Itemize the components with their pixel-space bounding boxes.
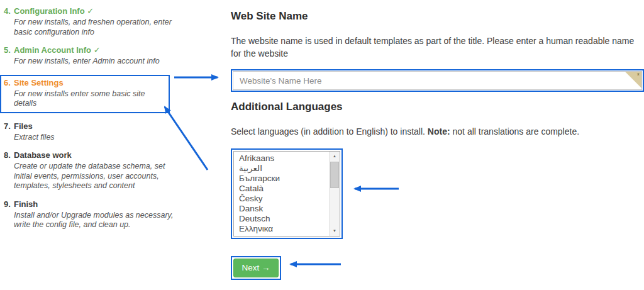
annotation-box-site-settings: 6.Site Settings For new installs enter s… xyxy=(0,75,170,113)
step-item-configuration-info: 4.Configuration Info ✓ For new installs,… xyxy=(4,6,218,37)
step-title: 6.Site Settings xyxy=(4,78,164,88)
language-option[interactable]: العربية xyxy=(234,164,340,174)
step-number: 4. xyxy=(4,6,14,16)
triangle-down-icon: ▼ xyxy=(330,226,340,236)
step-number: 8. xyxy=(4,150,14,160)
annotation-arrow-to-languages-icon xyxy=(347,183,400,194)
language-option[interactable]: Dansk xyxy=(234,204,340,214)
step-description: Install and/or Upgrade modules as necess… xyxy=(14,211,180,230)
step-number: 6. xyxy=(4,78,14,88)
asterisk-icon: * xyxy=(637,72,640,79)
step-number: 5. xyxy=(4,45,14,55)
main-content: Web Site Name The website name is used i… xyxy=(231,0,644,280)
language-option[interactable]: Deutsch xyxy=(234,214,340,224)
step-label: Finish xyxy=(14,199,38,209)
annotation-box-languages-select: Afrikaans العربية Български Català Česky… xyxy=(231,148,343,239)
language-option[interactable]: Afrikaans xyxy=(234,153,340,164)
scroll-down-button[interactable]: ▼ xyxy=(330,226,340,236)
step-title: 9.Finish xyxy=(4,199,218,209)
annotation-arrow-to-next-button-icon xyxy=(283,259,342,270)
annotation-box-next-button: Next → xyxy=(231,256,281,280)
step-title: 4.Configuration Info ✓ xyxy=(4,6,218,16)
language-option[interactable]: Български xyxy=(234,174,340,184)
additional-languages-description: Select languages (in addition to English… xyxy=(231,126,644,138)
step-label: Site Settings xyxy=(14,78,64,87)
step-label: Admin Account Info xyxy=(14,45,91,55)
step-description: Extract files xyxy=(14,133,180,143)
scroll-thumb[interactable] xyxy=(330,162,339,188)
scrollbar[interactable]: ▲ ▼ xyxy=(329,152,340,236)
step-number: 9. xyxy=(4,199,14,209)
language-options: Afrikaans العربية Български Català Česky… xyxy=(234,152,340,237)
step-description: For new installs, and freshen operation,… xyxy=(14,18,180,37)
note-label: Note: xyxy=(428,126,450,137)
step-description: For new installs enter some basic site d… xyxy=(14,89,164,109)
next-button[interactable]: Next → xyxy=(233,259,279,277)
annotation-arrow-to-input-icon xyxy=(174,72,228,83)
language-option[interactable]: Welsh xyxy=(234,234,340,237)
check-icon: ✓ xyxy=(91,45,101,55)
step-label: Database work xyxy=(14,150,72,160)
check-icon: ✓ xyxy=(85,6,94,16)
installer-page: 4.Configuration Info ✓ For new installs,… xyxy=(0,0,644,290)
step-number: 7. xyxy=(4,121,14,131)
description-text: Select languages (in addition to English… xyxy=(231,126,428,137)
languages-select[interactable]: Afrikaans العربية Български Català Česky… xyxy=(233,151,340,237)
description-text: not all translations are complete. xyxy=(450,126,579,137)
step-description: For new installs, enter Admin account in… xyxy=(14,57,180,67)
website-name-description: The website name is used in default temp… xyxy=(231,35,644,60)
language-option[interactable]: Ελληνικα xyxy=(234,224,340,234)
website-name-input[interactable] xyxy=(233,71,642,90)
scroll-up-button[interactable]: ▲ xyxy=(330,152,340,161)
website-name-heading: Web Site Name xyxy=(231,10,644,23)
step-label: Configuration Info xyxy=(14,6,85,16)
step-item-finish: 9.Finish Install and/or Upgrade modules … xyxy=(4,199,218,230)
language-option[interactable]: Česky xyxy=(234,194,340,204)
language-option[interactable]: Català xyxy=(234,184,340,194)
step-item-admin-account-info: 5.Admin Account Info ✓ For new installs,… xyxy=(4,45,218,67)
annotation-box-website-name-input: * xyxy=(231,69,644,92)
step-description: Create or update the database schema, se… xyxy=(14,162,180,191)
additional-languages-heading: Additional Languages xyxy=(231,101,644,113)
annotation-arrow-to-site-settings-icon xyxy=(157,101,213,174)
step-item-site-settings: 6.Site Settings For new installs enter s… xyxy=(4,78,164,109)
step-label: Files xyxy=(14,121,33,131)
step-title: 5.Admin Account Info ✓ xyxy=(4,45,218,55)
triangle-up-icon: ▲ xyxy=(330,152,340,161)
